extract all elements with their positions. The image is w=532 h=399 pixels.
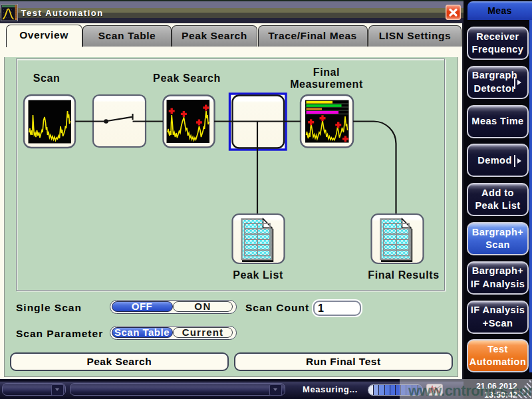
- svg-text:Final Results: Final Results: [368, 269, 439, 281]
- svg-text:Peak Search: Peak Search: [153, 72, 221, 84]
- svg-text:Final: Final: [313, 66, 340, 78]
- svg-text:Measurement: Measurement: [290, 78, 363, 90]
- svg-text:Peak List: Peak List: [233, 269, 283, 281]
- svg-text:Scan: Scan: [33, 72, 61, 84]
